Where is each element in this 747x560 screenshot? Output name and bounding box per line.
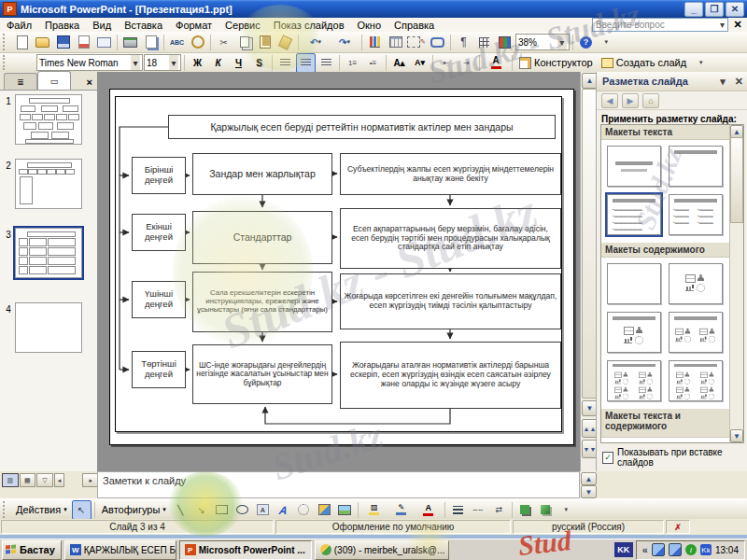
copy-icon[interactable] bbox=[234, 33, 254, 52]
taskbar-word-button[interactable]: W ҚАРЖЫЛЫҚ ЕСЕП БЕР... bbox=[64, 540, 176, 560]
slide-scrollbar[interactable]: ▲ ▼ ▲▲ ▼▼ bbox=[580, 72, 597, 471]
layout-title-only[interactable] bbox=[669, 146, 723, 187]
right-box-2[interactable]: Есеп ақпараттарының беру мерзімін, бағал… bbox=[340, 208, 561, 269]
email-icon[interactable] bbox=[94, 33, 114, 52]
tables-borders-icon[interactable]: ✎ bbox=[406, 33, 427, 52]
middle-box-2[interactable]: Стандарттар bbox=[192, 211, 332, 264]
chevron-down-icon[interactable]: ▾ bbox=[131, 55, 140, 70]
clipart-icon[interactable] bbox=[315, 500, 334, 520]
network-icon[interactable] bbox=[652, 543, 665, 556]
help-icon[interactable]: ? bbox=[576, 33, 596, 52]
spelling-icon[interactable]: ABC bbox=[167, 33, 187, 52]
status-design[interactable]: Оформление по умолчанию bbox=[275, 520, 511, 534]
right-box-4[interactable]: Жоғарыдағы аталған нормативтік актілерді… bbox=[340, 342, 561, 409]
home-icon[interactable]: ⌂ bbox=[642, 93, 659, 108]
print-preview-icon[interactable] bbox=[141, 33, 161, 52]
slide-thumbnail-3[interactable]: 3 bbox=[2, 228, 82, 278]
toolbar-grip[interactable] bbox=[3, 501, 8, 518]
menu-view[interactable]: Вид bbox=[86, 19, 118, 32]
layout-title-content-variant[interactable] bbox=[669, 360, 723, 401]
level-box-1[interactable]: Бірінші деңгей bbox=[132, 157, 186, 194]
undo-icon[interactable]: ↶▾ bbox=[302, 33, 330, 52]
save-icon[interactable] bbox=[53, 33, 73, 52]
close-panel-icon[interactable]: × bbox=[87, 77, 97, 90]
tray-language-icon[interactable]: Kk bbox=[700, 544, 712, 555]
increase-font-icon[interactable]: A▴ bbox=[389, 53, 409, 73]
increase-indent-icon[interactable]: ⇥ bbox=[457, 53, 476, 73]
right-box-1[interactable]: Субъектілердің жалпы есеп жүргізудің мін… bbox=[340, 153, 561, 195]
menu-file[interactable]: Файл bbox=[0, 19, 38, 32]
middle-box-3[interactable]: Сала ерекшеліктерін ескеретін инструкция… bbox=[192, 272, 332, 332]
level-box-3[interactable]: Үшінші деңгей bbox=[132, 281, 186, 318]
toolbar-options-icon[interactable]: ▾ bbox=[691, 53, 711, 73]
chevron-down-icon[interactable]: ▾ bbox=[720, 20, 725, 30]
permission-icon[interactable] bbox=[74, 33, 93, 52]
clock[interactable]: 13:04 bbox=[715, 545, 739, 555]
draw-menu-button[interactable]: Действия▾ bbox=[12, 501, 71, 519]
italic-button[interactable]: К bbox=[208, 53, 228, 73]
tab-outline[interactable]: ≣ bbox=[4, 73, 37, 90]
decrease-indent-icon[interactable]: ⇤ bbox=[436, 53, 456, 73]
dash-style-icon[interactable]: ╌╌ bbox=[469, 500, 488, 520]
scroll-left-icon[interactable]: ◂ bbox=[54, 473, 65, 487]
rectangle-icon[interactable] bbox=[212, 500, 232, 520]
info-tray-icon[interactable]: i bbox=[685, 544, 697, 555]
slide-thumbnail-1[interactable]: 1 bbox=[2, 94, 82, 145]
taskbar-powerpoint-button[interactable]: P Microsoft PowerPoint ... bbox=[179, 540, 312, 560]
numbering-icon[interactable]: 1≡ bbox=[343, 53, 362, 73]
forward-icon[interactable]: ▶ bbox=[622, 93, 639, 108]
font-size-combobox[interactable]: 18 ▾ bbox=[144, 54, 181, 71]
chevron-down-icon[interactable]: ▾ bbox=[715, 76, 730, 88]
restore-button[interactable]: ❐ bbox=[705, 2, 724, 17]
select-objects-icon[interactable]: ↖ bbox=[72, 500, 92, 520]
layout-title-two-content[interactable]: ▪▬▬▬▪▬▬▬▪▬▬▬ ▪▬▬▬▪▬▬▬▪▬▬▬ bbox=[669, 194, 723, 235]
slideshow-view-button[interactable]: ▽ bbox=[36, 473, 53, 487]
menu-edit[interactable]: Правка bbox=[38, 19, 86, 32]
chevron-down-icon[interactable]: ▾ bbox=[169, 55, 178, 70]
format-painter-icon[interactable] bbox=[275, 33, 295, 52]
line-color-icon[interactable]: ✎ bbox=[388, 500, 415, 520]
autoshapes-menu-button[interactable]: Автофигуры▾ bbox=[98, 501, 170, 519]
slide-canvas[interactable]: Қаржылық есеп беруді реттейтін нормативт… bbox=[109, 89, 574, 445]
show-on-insert-checkbox[interactable]: ✓ Показывать при вставке слайдов bbox=[602, 447, 747, 468]
text-box-icon[interactable]: A bbox=[253, 500, 273, 520]
close-button[interactable]: ✕ bbox=[726, 2, 744, 17]
print-icon[interactable] bbox=[120, 33, 140, 52]
layout-title-content-selected[interactable]: ▪▬▬▬▬▬▬▪▬▬▬▬▬▬▪▬▬▬▬▬▬▪▬▬▬▬▬▬ bbox=[607, 194, 661, 235]
slide-thumbnail-4[interactable]: 4 bbox=[2, 302, 82, 353]
gridlines-icon[interactable] bbox=[474, 33, 494, 52]
arrow-icon[interactable]: ↘ bbox=[191, 500, 211, 520]
toolbar-options-icon[interactable]: ▾ bbox=[557, 500, 576, 520]
layout-title-content[interactable] bbox=[607, 312, 661, 353]
insert-picture-icon[interactable] bbox=[335, 500, 355, 520]
task-pane-close-icon[interactable]: ✕ bbox=[730, 76, 747, 88]
menu-format[interactable]: Формат bbox=[169, 19, 218, 32]
wordart-icon[interactable]: A bbox=[272, 500, 295, 520]
status-language[interactable]: русский (Россия) bbox=[513, 520, 664, 534]
scrollbar-thumb[interactable] bbox=[730, 137, 743, 223]
underline-button[interactable]: Ч bbox=[229, 53, 248, 73]
insert-chart-icon[interactable] bbox=[365, 33, 385, 52]
layout-title-two-content-2[interactable] bbox=[669, 312, 723, 353]
start-button[interactable]: Бастау bbox=[2, 540, 62, 560]
layout-blank[interactable] bbox=[607, 263, 661, 304]
network-icon-2[interactable] bbox=[669, 543, 682, 556]
menubar-close-icon[interactable]: ✕ bbox=[731, 19, 744, 31]
color-grayscale-icon[interactable] bbox=[495, 33, 514, 52]
ask-question-input[interactable]: Введите вопрос ▾ bbox=[592, 18, 728, 32]
bold-button[interactable]: Ж bbox=[188, 53, 207, 73]
paste-icon[interactable] bbox=[255, 33, 275, 52]
zoom-combobox[interactable]: 38% ▾ bbox=[515, 34, 570, 50]
align-left-icon[interactable] bbox=[275, 53, 295, 73]
menu-window[interactable]: Окно bbox=[351, 19, 388, 32]
insert-table-icon[interactable] bbox=[386, 33, 405, 52]
scroll-down-icon[interactable]: ▼ bbox=[730, 429, 743, 442]
menu-insert[interactable]: Вставка bbox=[118, 19, 169, 32]
scroll-down-icon[interactable]: ▼ bbox=[581, 485, 597, 498]
align-right-icon[interactable] bbox=[317, 53, 336, 73]
layout-title-four-content[interactable] bbox=[607, 360, 661, 401]
font-color-icon[interactable]: A bbox=[416, 500, 442, 520]
oval-icon[interactable] bbox=[233, 500, 252, 520]
toolbar-grip[interactable] bbox=[3, 34, 8, 50]
flowchart-title[interactable]: Қаржылық есеп беруді реттейтін нормативт… bbox=[168, 115, 556, 139]
